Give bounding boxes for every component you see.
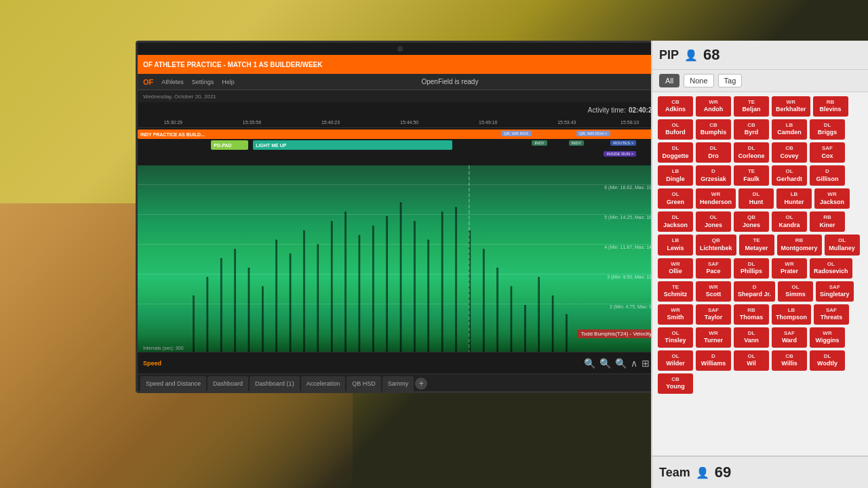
player-tag[interactable]: LBCamden	[772, 119, 807, 140]
svg-rect-23	[511, 287, 512, 352]
player-tag[interactable]: DLDoggette	[658, 142, 693, 163]
zoom-out-icon[interactable]: 🔍	[599, 358, 611, 369]
player-tag[interactable]: OLTinsley	[658, 327, 693, 348]
player-tag[interactable]: CBByrd	[734, 119, 769, 140]
player-tag[interactable]: DGrzesiak	[696, 165, 731, 186]
player-name: Taylor	[700, 314, 727, 322]
player-tag[interactable]: TEBeljan	[734, 96, 769, 117]
monitor-top-bar	[138, 43, 663, 55]
zoom-in-icon[interactable]: 🔍	[584, 358, 595, 369]
tab-qb-hsd[interactable]: QB HSD	[347, 376, 381, 391]
player-name: Radosevich	[814, 268, 848, 276]
tab-dashboard-1[interactable]: Dashboard (1)	[250, 376, 300, 391]
team-count: 69	[715, 464, 731, 481]
filter-tag-btn[interactable]: Tag	[718, 74, 743, 87]
tab-acceleration[interactable]: Acceleration	[301, 376, 346, 391]
nav-help[interactable]: Help	[222, 79, 235, 85]
player-name: Hunt	[743, 199, 770, 207]
player-tag[interactable]: DLDro	[696, 142, 731, 163]
player-tag[interactable]: WRTurner	[696, 327, 731, 348]
player-tag[interactable]: TEMetayer	[739, 235, 774, 255]
player-tag[interactable]: OLKandra	[772, 211, 807, 232]
nav-settings[interactable]: Settings	[192, 79, 214, 85]
player-tag[interactable]: DLVann	[734, 327, 769, 348]
nav-athletes[interactable]: Athletes	[161, 79, 184, 85]
player-tag[interactable]: WRBerkhalter	[772, 96, 810, 117]
player-name: Wil	[738, 360, 765, 368]
player-tag[interactable]: LBThompson	[772, 304, 811, 325]
player-tag[interactable]: LBDingle	[658, 165, 693, 186]
tab-sammy[interactable]: Sammy	[382, 376, 414, 391]
player-name: Cox	[814, 152, 841, 161]
svg-rect-11	[345, 212, 347, 352]
player-tag[interactable]: OLGerhardt	[772, 165, 807, 186]
player-tag[interactable]: DLBriggs	[810, 119, 845, 140]
toolbar-speed-btn[interactable]: Speed	[143, 360, 161, 367]
player-name: Prater	[776, 268, 803, 276]
player-tag[interactable]: SAFTaylor	[696, 304, 731, 325]
player-tag[interactable]: OLSimms	[778, 281, 813, 302]
player-tag[interactable]: OLJones	[696, 211, 731, 232]
chevron-up-icon[interactable]: ∧	[631, 358, 637, 369]
player-tag[interactable]: DWilliams	[696, 350, 731, 371]
grid-icon[interactable]: ⊞	[642, 358, 650, 369]
player-tag[interactable]: CBYoung	[658, 373, 693, 394]
player-tag[interactable]: CBBumphis	[696, 119, 731, 140]
player-tag[interactable]: WRSmith	[658, 304, 693, 325]
player-tag[interactable]: CBCovey	[772, 142, 807, 163]
player-tag[interactable]: WRPrater	[772, 258, 807, 279]
player-position: SAF	[700, 307, 727, 314]
player-tag[interactable]: SAFSingletary	[816, 281, 854, 302]
tab-dashboard[interactable]: Dashboard	[208, 376, 248, 391]
player-tag[interactable]: OLGreen	[658, 188, 693, 209]
player-tag[interactable]: WRWiggins	[810, 327, 845, 348]
player-tag[interactable]: RBBlevins	[813, 96, 848, 117]
player-tag[interactable]: RBThomas	[734, 304, 769, 325]
tab-speed-distance[interactable]: Speed and Distance	[140, 376, 206, 391]
player-tag[interactable]: LBHunter	[776, 188, 812, 209]
player-tag[interactable]: RBMontgomery	[777, 235, 822, 255]
player-tag[interactable]: QBJones	[734, 211, 769, 232]
player-position: QB	[700, 237, 732, 244]
player-position: DL	[738, 261, 765, 268]
player-tag[interactable]: WRJackson	[814, 188, 850, 209]
player-tag[interactable]: DLWodtly	[810, 350, 845, 371]
player-tag[interactable]: LBLewis	[658, 235, 693, 255]
player-position: OL	[776, 214, 803, 221]
player-name: Simms	[782, 291, 809, 299]
add-tab-button[interactable]: +	[415, 378, 427, 390]
player-tag[interactable]: DShepard Jr.	[734, 281, 775, 302]
player-position: LB	[781, 191, 808, 198]
player-tag[interactable]: OLWilder	[658, 350, 693, 371]
player-name: Wilder	[662, 360, 689, 368]
player-tag[interactable]: WRScott	[696, 281, 731, 302]
fit-icon[interactable]: 🔍	[615, 358, 627, 369]
filter-none-btn[interactable]: None	[684, 74, 713, 87]
player-tag[interactable]: DLPhillips	[734, 258, 769, 279]
player-tag[interactable]: OLBuford	[658, 119, 693, 140]
player-tag[interactable]: OLWil	[734, 350, 769, 371]
player-tag[interactable]: RBKiner	[810, 211, 845, 232]
player-tag[interactable]: WRHenderson	[696, 188, 736, 209]
filter-all-btn[interactable]: All	[659, 74, 679, 87]
player-tag[interactable]: CBAdkins	[658, 96, 693, 117]
player-tag[interactable]: CBWillis	[772, 350, 807, 371]
player-position: OL	[700, 214, 727, 221]
player-tag[interactable]: DLHunt	[738, 188, 774, 209]
player-tag[interactable]: DLCorleone	[734, 142, 769, 163]
player-tag[interactable]: DGillison	[810, 165, 845, 186]
player-tag[interactable]: DLJackson	[658, 211, 693, 232]
player-tag[interactable]: SAFPace	[696, 258, 731, 279]
player-tag[interactable]: SAFThreats	[814, 304, 849, 325]
player-tag[interactable]: SAFWard	[772, 327, 807, 348]
player-tag[interactable]: WRAndoh	[696, 96, 731, 117]
player-tag[interactable]: WROllie	[658, 258, 693, 279]
player-tag[interactable]: TEFaulk	[734, 165, 769, 186]
player-tag[interactable]: QBLichtenbek	[696, 235, 736, 255]
player-tag[interactable]: SAFCox	[810, 142, 845, 163]
player-tag[interactable]: OLRadosevich	[810, 258, 852, 279]
player-position: LB	[776, 122, 803, 129]
player-tag[interactable]: OLMullaney	[825, 235, 860, 255]
player-tag[interactable]: TESchmitz	[658, 281, 693, 302]
team-section: Team 👤 69	[652, 455, 868, 488]
